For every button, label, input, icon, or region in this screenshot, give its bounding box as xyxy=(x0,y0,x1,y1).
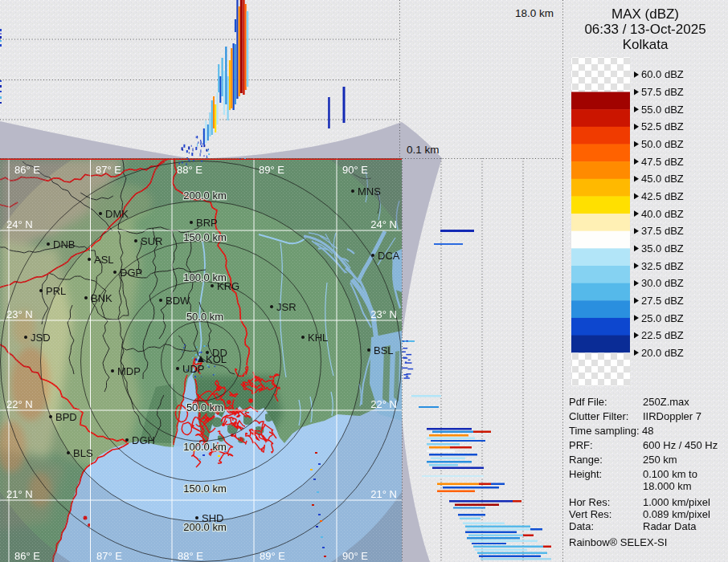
svg-text:89° E: 89° E xyxy=(259,164,284,176)
svg-text:87° E: 87° E xyxy=(96,164,121,176)
svg-text:BDW: BDW xyxy=(166,295,190,307)
svg-text:0.100 km to: 0.100 km to xyxy=(643,468,697,480)
svg-text:55.0 dBZ: 55.0 dBZ xyxy=(641,104,684,116)
svg-text:KOL: KOL xyxy=(206,353,227,365)
svg-text:48: 48 xyxy=(642,425,653,437)
svg-text:90° E: 90° E xyxy=(342,164,368,176)
svg-text:45.0 dBZ: 45.0 dBZ xyxy=(641,173,684,185)
svg-text:PRL: PRL xyxy=(46,285,66,297)
svg-text:86° E: 86° E xyxy=(14,550,40,562)
svg-text:JSD: JSD xyxy=(31,332,51,344)
svg-text:DCA: DCA xyxy=(378,250,400,262)
svg-text:150.0 km: 150.0 km xyxy=(183,483,226,495)
svg-text:1.000 km/pixel: 1.000 km/pixel xyxy=(643,496,710,508)
svg-text:27.5 dBZ: 27.5 dBZ xyxy=(641,295,684,307)
svg-text:100.0 km: 100.0 km xyxy=(183,441,226,453)
svg-text:23° N: 23° N xyxy=(6,308,33,320)
svg-text:32.5 dBZ: 32.5 dBZ xyxy=(641,260,684,272)
svg-text:250Z.max: 250Z.max xyxy=(643,396,689,408)
svg-text:0.1 km: 0.1 km xyxy=(407,144,440,156)
svg-text:200.0 km: 200.0 km xyxy=(183,189,226,202)
svg-text:Data:: Data: xyxy=(569,520,594,532)
svg-text:42.5 dBZ: 42.5 dBZ xyxy=(641,190,684,202)
svg-text:47.5 dBZ: 47.5 dBZ xyxy=(641,156,684,168)
svg-text:Height:: Height: xyxy=(569,468,602,480)
svg-text:Rainbow® SELEX-SI: Rainbow® SELEX-SI xyxy=(569,536,667,548)
svg-text:87° E: 87° E xyxy=(96,550,122,562)
svg-text:MDP: MDP xyxy=(117,365,141,377)
svg-text:21° N: 21° N xyxy=(370,488,397,500)
svg-text:ASL: ASL xyxy=(94,254,114,266)
svg-text:22.5 dBZ: 22.5 dBZ xyxy=(641,329,684,341)
svg-text:Kolkata: Kolkata xyxy=(623,37,669,52)
svg-text:DGP: DGP xyxy=(120,267,142,279)
svg-text:150.0 km: 150.0 km xyxy=(183,231,226,243)
svg-text:BSL: BSL xyxy=(374,344,394,356)
svg-text:18.000 km: 18.000 km xyxy=(643,480,692,492)
svg-text:BNK: BNK xyxy=(91,292,112,304)
svg-text:250 km: 250 km xyxy=(643,454,677,466)
svg-text:24° N: 24° N xyxy=(370,218,397,230)
svg-text:BPD: BPD xyxy=(55,411,77,423)
svg-text:Clutter Filter:: Clutter Filter: xyxy=(569,410,628,422)
svg-text:23° N: 23° N xyxy=(370,308,397,320)
svg-text:50.0 km: 50.0 km xyxy=(186,401,223,413)
svg-text:DGH: DGH xyxy=(132,434,155,446)
svg-text:BRP: BRP xyxy=(196,217,218,229)
svg-text:40.0 dBZ: 40.0 dBZ xyxy=(641,208,684,220)
svg-text:MNS: MNS xyxy=(358,185,381,198)
svg-text:IIRDoppler 7: IIRDoppler 7 xyxy=(643,410,701,422)
svg-text:86° E: 86° E xyxy=(14,164,40,176)
svg-text:BLS: BLS xyxy=(73,447,93,459)
svg-text:90° E: 90° E xyxy=(342,550,368,562)
svg-text:PRF:: PRF: xyxy=(569,439,593,451)
svg-text:06:33 / 13-Oct-2025: 06:33 / 13-Oct-2025 xyxy=(584,22,706,37)
svg-text:SHD: SHD xyxy=(202,512,223,524)
svg-text:Vert Res:: Vert Res: xyxy=(569,508,611,520)
svg-text:KRG: KRG xyxy=(217,280,239,292)
svg-text:DMK: DMK xyxy=(105,208,129,220)
svg-text:18.0 km: 18.0 km xyxy=(515,7,554,19)
svg-text:JSR: JSR xyxy=(276,301,297,313)
svg-text:0.089 km/pixel: 0.089 km/pixel xyxy=(643,508,710,520)
svg-text:57.5 dBZ: 57.5 dBZ xyxy=(641,86,684,98)
svg-text:21° N: 21° N xyxy=(6,488,33,500)
svg-text:22° N: 22° N xyxy=(6,398,33,410)
svg-text:MAX (dBZ): MAX (dBZ) xyxy=(611,6,679,22)
svg-text:SUR: SUR xyxy=(141,235,162,247)
svg-text:88° E: 88° E xyxy=(178,550,203,562)
svg-text:Radar Data: Radar Data xyxy=(643,520,697,532)
svg-text:Range:: Range: xyxy=(569,454,603,466)
svg-text:22° N: 22° N xyxy=(370,398,397,410)
svg-text:Time sampling:: Time sampling: xyxy=(569,425,640,437)
svg-text:24° N: 24° N xyxy=(6,218,33,230)
svg-text:60.0 dBZ: 60.0 dBZ xyxy=(641,68,684,80)
svg-text:KHL: KHL xyxy=(308,332,328,344)
svg-text:Pdf File:: Pdf File: xyxy=(569,396,607,408)
svg-text:Hor Res:: Hor Res: xyxy=(569,496,610,508)
svg-text:25.0 dBZ: 25.0 dBZ xyxy=(641,312,684,324)
svg-text:52.5 dBZ: 52.5 dBZ xyxy=(641,120,684,132)
svg-text:50.0 dBZ: 50.0 dBZ xyxy=(641,138,684,150)
svg-text:50.0 km: 50.0 km xyxy=(186,311,223,323)
svg-text:DNB: DNB xyxy=(53,238,75,250)
svg-text:UDP: UDP xyxy=(182,363,204,375)
svg-text:88° E: 88° E xyxy=(177,164,202,176)
svg-text:600 Hz / 450 Hz: 600 Hz / 450 Hz xyxy=(643,439,718,451)
svg-text:89° E: 89° E xyxy=(260,550,285,562)
svg-text:37.5 dBZ: 37.5 dBZ xyxy=(641,225,684,237)
svg-text:35.0 dBZ: 35.0 dBZ xyxy=(641,242,684,255)
svg-text:30.0 dBZ: 30.0 dBZ xyxy=(641,277,684,289)
svg-text:20.0 dBZ: 20.0 dBZ xyxy=(641,347,684,359)
